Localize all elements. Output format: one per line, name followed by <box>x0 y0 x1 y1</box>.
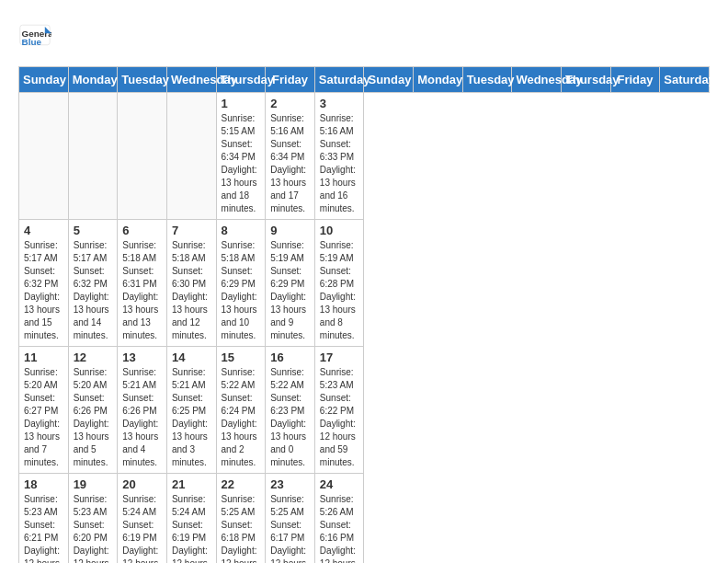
day-number: 10 <box>320 224 359 237</box>
col-header-sunday: Sunday <box>19 67 69 93</box>
day-cell <box>166 93 216 220</box>
day-cell: 22Sunrise: 5:25 AM Sunset: 6:18 PM Dayli… <box>216 474 266 564</box>
col-header-friday: Friday <box>610 67 660 93</box>
day-number: 12 <box>74 350 113 364</box>
day-info: Sunrise: 5:18 AM Sunset: 6:30 PM Dayligh… <box>172 239 211 342</box>
col-header-sunday: Sunday <box>364 67 414 93</box>
day-cell <box>118 93 167 220</box>
day-number: 1 <box>222 97 261 110</box>
day-info: Sunrise: 5:21 AM Sunset: 6:25 PM Dayligh… <box>172 366 211 469</box>
day-number: 23 <box>270 477 310 491</box>
day-cell: 1Sunrise: 5:15 AM Sunset: 6:34 PM Daylig… <box>216 93 266 220</box>
day-info: Sunrise: 5:19 AM Sunset: 6:29 PM Dayligh… <box>270 239 310 342</box>
day-cell: 14Sunrise: 5:21 AM Sunset: 6:25 PM Dayli… <box>166 347 216 474</box>
day-cell: 24Sunrise: 5:26 AM Sunset: 6:16 PM Dayli… <box>314 474 364 564</box>
day-cell: 23Sunrise: 5:25 AM Sunset: 6:17 PM Dayli… <box>266 474 315 564</box>
day-info: Sunrise: 5:20 AM Sunset: 6:27 PM Dayligh… <box>24 366 63 469</box>
day-cell: 9Sunrise: 5:19 AM Sunset: 6:29 PM Daylig… <box>266 220 315 347</box>
col-header-saturday: Saturday <box>660 67 710 93</box>
day-number: 20 <box>122 477 162 491</box>
day-cell: 10Sunrise: 5:19 AM Sunset: 6:28 PM Dayli… <box>314 220 364 347</box>
day-info: Sunrise: 5:16 AM Sunset: 6:34 PM Dayligh… <box>270 112 310 215</box>
week-row-1: 1Sunrise: 5:15 AM Sunset: 6:34 PM Daylig… <box>19 93 710 220</box>
day-number: 8 <box>222 224 261 237</box>
day-number: 17 <box>320 350 359 364</box>
day-cell: 8Sunrise: 5:18 AM Sunset: 6:29 PM Daylig… <box>216 220 266 347</box>
col-header-saturday: Saturday <box>314 67 364 93</box>
day-cell: 21Sunrise: 5:24 AM Sunset: 6:19 PM Dayli… <box>166 474 216 564</box>
day-number: 22 <box>222 477 261 491</box>
day-cell: 3Sunrise: 5:16 AM Sunset: 6:33 PM Daylig… <box>314 93 364 220</box>
day-info: Sunrise: 5:15 AM Sunset: 6:34 PM Dayligh… <box>222 112 261 215</box>
day-cell: 4Sunrise: 5:17 AM Sunset: 6:32 PM Daylig… <box>19 220 69 347</box>
logo: General Blue <box>18 18 51 52</box>
col-header-friday: Friday <box>266 67 315 93</box>
day-number: 16 <box>270 350 310 364</box>
day-number: 4 <box>24 224 63 237</box>
day-number: 6 <box>122 224 162 237</box>
day-cell: 19Sunrise: 5:23 AM Sunset: 6:20 PM Dayli… <box>68 474 118 564</box>
week-row-2: 4Sunrise: 5:17 AM Sunset: 6:32 PM Daylig… <box>19 220 710 347</box>
day-cell: 5Sunrise: 5:17 AM Sunset: 6:32 PM Daylig… <box>68 220 118 347</box>
col-header-thursday: Thursday <box>216 67 266 93</box>
day-info: Sunrise: 5:20 AM Sunset: 6:26 PM Dayligh… <box>74 366 113 469</box>
day-number: 18 <box>24 477 63 491</box>
day-info: Sunrise: 5:19 AM Sunset: 6:28 PM Dayligh… <box>320 239 359 342</box>
day-cell: 2Sunrise: 5:16 AM Sunset: 6:34 PM Daylig… <box>266 93 315 220</box>
day-info: Sunrise: 5:24 AM Sunset: 6:19 PM Dayligh… <box>172 493 211 563</box>
day-info: Sunrise: 5:18 AM Sunset: 6:29 PM Dayligh… <box>222 239 261 342</box>
week-row-4: 18Sunrise: 5:23 AM Sunset: 6:21 PM Dayli… <box>19 474 710 564</box>
week-row-3: 11Sunrise: 5:20 AM Sunset: 6:27 PM Dayli… <box>19 347 710 474</box>
day-cell: 17Sunrise: 5:23 AM Sunset: 6:22 PM Dayli… <box>314 347 364 474</box>
day-info: Sunrise: 5:17 AM Sunset: 6:32 PM Dayligh… <box>74 239 113 342</box>
day-info: Sunrise: 5:23 AM Sunset: 6:22 PM Dayligh… <box>320 366 359 469</box>
day-info: Sunrise: 5:23 AM Sunset: 6:21 PM Dayligh… <box>24 493 63 563</box>
day-number: 14 <box>172 350 211 364</box>
col-header-tuesday: Tuesday <box>118 67 167 93</box>
day-info: Sunrise: 5:18 AM Sunset: 6:31 PM Dayligh… <box>122 239 162 342</box>
day-number: 19 <box>74 477 113 491</box>
day-number: 7 <box>172 224 211 237</box>
day-cell: 20Sunrise: 5:24 AM Sunset: 6:19 PM Dayli… <box>118 474 167 564</box>
logo-icon: General Blue <box>18 18 51 52</box>
day-info: Sunrise: 5:26 AM Sunset: 6:16 PM Dayligh… <box>320 493 359 563</box>
day-cell: 18Sunrise: 5:23 AM Sunset: 6:21 PM Dayli… <box>19 474 69 564</box>
day-number: 2 <box>270 97 310 110</box>
calendar-table: SundayMondayTuesdayWednesdayThursdayFrid… <box>18 66 710 563</box>
day-cell: 12Sunrise: 5:20 AM Sunset: 6:26 PM Dayli… <box>68 347 118 474</box>
day-number: 5 <box>74 224 113 237</box>
day-info: Sunrise: 5:16 AM Sunset: 6:33 PM Dayligh… <box>320 112 359 215</box>
day-info: Sunrise: 5:25 AM Sunset: 6:17 PM Dayligh… <box>270 493 310 563</box>
header-row: SundayMondayTuesdayWednesdayThursdayFrid… <box>19 67 710 93</box>
page-header: General Blue <box>18 18 710 52</box>
day-number: 11 <box>24 350 63 364</box>
day-info: Sunrise: 5:22 AM Sunset: 6:23 PM Dayligh… <box>270 366 310 469</box>
day-cell <box>19 93 69 220</box>
day-number: 15 <box>222 350 261 364</box>
col-header-wednesday: Wednesday <box>512 67 562 93</box>
col-header-monday: Monday <box>414 67 463 93</box>
col-header-thursday: Thursday <box>562 67 611 93</box>
day-number: 9 <box>270 224 310 237</box>
day-info: Sunrise: 5:17 AM Sunset: 6:32 PM Dayligh… <box>24 239 63 342</box>
day-number: 24 <box>320 477 359 491</box>
day-number: 21 <box>172 477 211 491</box>
col-header-tuesday: Tuesday <box>462 67 512 93</box>
day-cell: 11Sunrise: 5:20 AM Sunset: 6:27 PM Dayli… <box>19 347 69 474</box>
day-cell: 16Sunrise: 5:22 AM Sunset: 6:23 PM Dayli… <box>266 347 315 474</box>
day-cell: 13Sunrise: 5:21 AM Sunset: 6:26 PM Dayli… <box>118 347 167 474</box>
day-info: Sunrise: 5:24 AM Sunset: 6:19 PM Dayligh… <box>122 493 162 563</box>
col-header-monday: Monday <box>68 67 118 93</box>
day-number: 3 <box>320 97 359 110</box>
day-info: Sunrise: 5:25 AM Sunset: 6:18 PM Dayligh… <box>222 493 261 563</box>
day-number: 13 <box>122 350 162 364</box>
svg-text:Blue: Blue <box>22 37 42 47</box>
day-info: Sunrise: 5:21 AM Sunset: 6:26 PM Dayligh… <box>122 366 162 469</box>
day-cell: 7Sunrise: 5:18 AM Sunset: 6:30 PM Daylig… <box>166 220 216 347</box>
day-cell <box>68 93 118 220</box>
day-cell: 6Sunrise: 5:18 AM Sunset: 6:31 PM Daylig… <box>118 220 167 347</box>
day-info: Sunrise: 5:23 AM Sunset: 6:20 PM Dayligh… <box>74 493 113 563</box>
day-cell: 15Sunrise: 5:22 AM Sunset: 6:24 PM Dayli… <box>216 347 266 474</box>
day-info: Sunrise: 5:22 AM Sunset: 6:24 PM Dayligh… <box>222 366 261 469</box>
col-header-wednesday: Wednesday <box>166 67 216 93</box>
